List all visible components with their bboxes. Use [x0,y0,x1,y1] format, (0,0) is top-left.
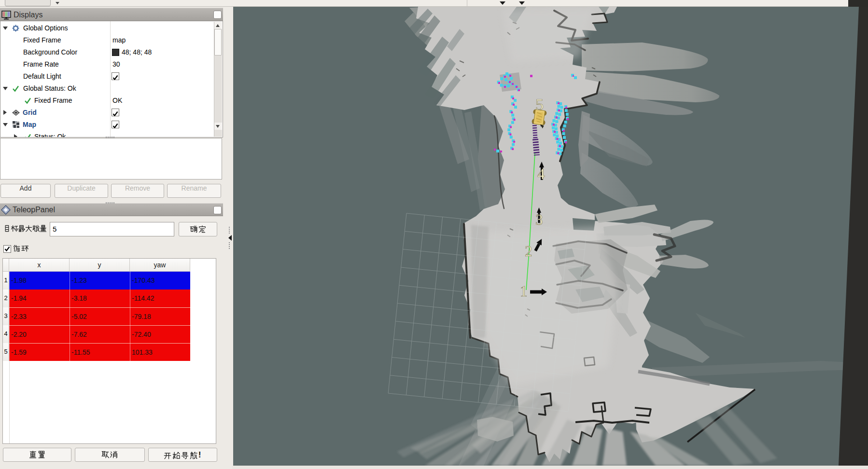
svg-text:4: 4 [537,166,545,182]
svg-text:5: 5 [535,96,544,113]
svg-text:2: 2 [525,243,532,260]
svg-text:1: 1 [520,283,528,300]
svg-text:3: 3 [535,211,543,228]
